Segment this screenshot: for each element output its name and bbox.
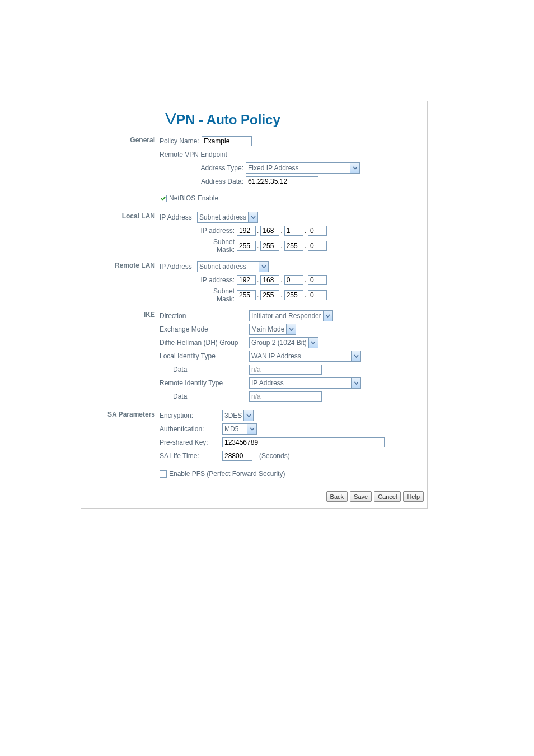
- section-sa-params-label: SA Parameters: [81, 408, 160, 418]
- section-general-label: General: [81, 134, 160, 144]
- title-prefix: V: [165, 109, 176, 128]
- local-lan-type-value: Subnet address: [199, 213, 248, 221]
- ike-local-id-type-label: Local Identity Type: [160, 352, 249, 360]
- chevron-down-icon: [308, 338, 318, 348]
- ike-remote-id-type-select[interactable]: IP Address: [249, 377, 361, 389]
- sa-encryption-value: 3DES: [224, 412, 243, 419]
- help-button[interactable]: Help: [403, 491, 424, 502]
- sa-authentication-select[interactable]: MD5: [222, 423, 257, 435]
- remote-lan-type-select[interactable]: Subnet address: [197, 261, 269, 272]
- address-type-label: Address Type:: [198, 164, 243, 172]
- cancel-button[interactable]: Cancel: [374, 491, 401, 502]
- enable-pfs-label: Enable PFS (Perfect Forward Security): [169, 470, 285, 478]
- sa-authentication-value: MD5: [224, 425, 247, 433]
- chevron-down-icon: [243, 410, 253, 421]
- ike-local-id-type-select[interactable]: WAN IP Address: [249, 351, 361, 362]
- ike-remote-id-type-label: Remote Identity Type: [160, 379, 249, 387]
- ike-dh-group-label: Diffie-Hellman (DH) Group: [160, 339, 249, 347]
- remote-ip-address-label: IP Address: [160, 263, 196, 270]
- ike-remote-data-label: Data: [160, 393, 249, 400]
- save-button[interactable]: Save: [350, 491, 372, 502]
- local-ip-address-label: IP Address: [160, 213, 196, 221]
- page-title: VPN - Auto Policy: [81, 106, 427, 134]
- enable-pfs-checkbox[interactable]: [160, 470, 167, 478]
- sa-encryption-select[interactable]: 3DES: [222, 410, 254, 421]
- netbios-enable-label: NetBIOS Enable: [169, 194, 218, 202]
- back-button[interactable]: Back: [326, 491, 348, 502]
- chevron-down-icon: [350, 163, 359, 173]
- local-mask-octet-1[interactable]: [237, 241, 256, 251]
- remote-mask-label: Subnet Mask:: [195, 287, 237, 303]
- ike-remote-data-input: [249, 391, 322, 402]
- remote-ip-octet-3[interactable]: [284, 275, 303, 285]
- local-ip-sub-label: IP address:: [195, 227, 237, 235]
- chevron-down-icon: [351, 378, 360, 388]
- address-type-value: Fixed IP Address: [248, 164, 350, 172]
- ike-direction-value: Initiator and Responder: [251, 312, 323, 320]
- remote-lan-type-value: Subnet address: [199, 263, 259, 270]
- button-row: Back Save Cancel Help: [81, 486, 427, 504]
- ike-dh-group-value: Group 2 (1024 Bit): [251, 339, 308, 347]
- remote-vpn-endpoint-label: Remote VPN Endpoint: [160, 151, 227, 158]
- section-sa-params: Encryption: 3DES Authentication: MD5: [160, 408, 427, 486]
- policy-name-label: Policy Name:: [160, 137, 199, 145]
- section-local-lan: IP Address Subnet address IP address: . …: [160, 210, 427, 259]
- address-type-select[interactable]: Fixed IP Address: [246, 162, 360, 174]
- local-mask-octet-3[interactable]: [284, 241, 303, 251]
- sa-preshared-key-label: Pre-shared Key:: [160, 438, 222, 446]
- section-remote-lan: IP Address Subnet address IP address: . …: [160, 259, 427, 309]
- ike-exchange-mode-value: Main Mode: [251, 325, 286, 333]
- local-ip-octet-2[interactable]: [260, 226, 279, 236]
- ike-remote-id-type-value: IP Address: [251, 379, 351, 387]
- remote-mask-octet-2[interactable]: [260, 290, 279, 300]
- ike-direction-select[interactable]: Initiator and Responder: [249, 310, 333, 321]
- address-data-input[interactable]: [246, 176, 318, 186]
- netbios-enable-checkbox[interactable]: [160, 195, 167, 202]
- local-mask-label: Subnet Mask:: [195, 238, 237, 254]
- sa-encryption-label: Encryption:: [160, 412, 222, 419]
- local-ip-octet-3[interactable]: [284, 226, 303, 236]
- remote-mask-octet-3[interactable]: [284, 290, 303, 300]
- sa-life-time-label: SA Life Time:: [160, 452, 222, 460]
- chevron-down-icon: [247, 424, 256, 434]
- remote-mask-octet-4[interactable]: [308, 290, 327, 300]
- section-remote-lan-label: Remote LAN: [81, 259, 160, 269]
- sa-life-time-input[interactable]: [222, 451, 252, 461]
- vpn-auto-policy-panel: VPN - Auto Policy General Policy Name: R…: [81, 101, 428, 509]
- ike-exchange-mode-select[interactable]: Main Mode: [249, 324, 296, 335]
- chevron-down-icon: [323, 311, 332, 321]
- ike-direction-label: Direction: [160, 312, 249, 320]
- ike-exchange-mode-label: Exchange Mode: [160, 325, 249, 333]
- local-ip-octet-1[interactable]: [237, 226, 256, 236]
- ike-local-data-label: Data: [160, 366, 249, 374]
- ike-dh-group-select[interactable]: Group 2 (1024 Bit): [249, 337, 318, 348]
- local-mask-octet-2[interactable]: [260, 241, 279, 251]
- chevron-down-icon: [351, 351, 360, 361]
- chevron-down-icon: [259, 262, 268, 272]
- remote-ip-sub-label: IP address:: [195, 276, 237, 284]
- address-data-label: Address Data:: [198, 178, 243, 185]
- chevron-down-icon: [248, 212, 257, 222]
- section-ike-label: IKE: [81, 309, 160, 319]
- local-lan-type-select[interactable]: Subnet address: [197, 212, 258, 223]
- section-ike: Direction Initiator and Responder Exchan…: [160, 309, 427, 408]
- sa-seconds-label: (Seconds): [259, 452, 290, 460]
- chevron-down-icon: [286, 324, 296, 334]
- local-ip-octet-4[interactable]: [308, 226, 327, 236]
- sa-preshared-key-input[interactable]: [222, 437, 385, 447]
- sa-authentication-label: Authentication:: [160, 425, 222, 433]
- title-rest: PN - Auto Policy: [176, 112, 280, 127]
- remote-ip-octet-1[interactable]: [237, 275, 256, 285]
- remote-ip-octet-2[interactable]: [260, 275, 279, 285]
- ike-local-data-input: [249, 365, 322, 375]
- remote-ip-octet-4[interactable]: [308, 275, 327, 285]
- local-mask-octet-4[interactable]: [308, 241, 327, 251]
- policy-name-input[interactable]: [202, 136, 252, 146]
- remote-mask-octet-1[interactable]: [237, 290, 256, 300]
- ike-local-id-type-value: WAN IP Address: [251, 352, 351, 360]
- section-local-lan-label: Local LAN: [81, 210, 160, 220]
- section-general: Policy Name: Remote VPN Endpoint Address…: [160, 134, 427, 210]
